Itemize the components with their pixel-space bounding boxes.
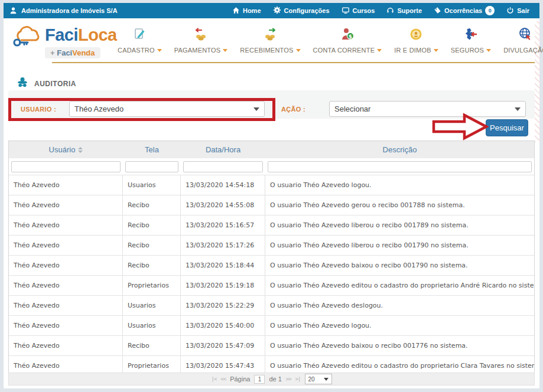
cell-datahora: 13/03/2020 15:17:26	[181, 236, 265, 255]
app-root: Administradora de Imóveis S/A Home Confi…	[0, 0, 543, 392]
acao-select[interactable]: Selecionar	[329, 101, 526, 117]
cell-usuario: Théo Azevedo	[9, 296, 123, 315]
table-row[interactable]: Théo Azevedo Recibo 13/03/2020 15:47:09 …	[9, 335, 534, 355]
chevron-down-icon	[515, 107, 521, 111]
column-header-descricao[interactable]: Descrição	[265, 141, 534, 158]
column-header-usuario[interactable]: Usuário	[9, 141, 123, 158]
cell-tela: Recibo	[123, 236, 181, 255]
home-icon	[232, 6, 240, 15]
prev-page-button[interactable]: <<	[220, 376, 226, 382]
top-menu: Home Configurações Cursos Suporte	[228, 6, 534, 15]
cell-usuario: Théo Azevedo	[9, 195, 123, 215]
page-size-value: 20	[308, 376, 315, 383]
cell-datahora: 13/03/2020 15:47:09	[181, 336, 265, 355]
nav-cadastro[interactable]: CADASTRO	[116, 27, 164, 54]
table-row[interactable]: Théo Azevedo Usuarios 13/03/2020 15:22:2…	[9, 295, 534, 315]
nav-conta-corrente[interactable]: $ CONTA CORRENTE	[311, 27, 384, 54]
filter-input-tela[interactable]	[125, 161, 178, 172]
cell-datahora: 13/03/2020 15:22:29	[181, 296, 265, 315]
cell-descricao: O usuario Théo Azevedo gerou o recibo 00…	[265, 195, 534, 215]
column-header-tela[interactable]: Tela	[123, 141, 181, 158]
filter-input-descricao[interactable]	[268, 161, 532, 172]
logo-text: FaciLoca	[45, 26, 117, 44]
table-row[interactable]: Théo Azevedo Recibo 13/03/2020 14:55:08 …	[9, 195, 534, 215]
cell-usuario: Théo Azevedo	[9, 256, 123, 275]
facivenda-faci: Faci	[57, 48, 72, 57]
menu-configuracoes-label: Configurações	[284, 7, 330, 14]
first-page-button[interactable]: |<	[211, 376, 216, 382]
pesquisar-button[interactable]: Pesquisar	[486, 119, 528, 136]
table-row[interactable]: Théo Azevedo Usuarios 13/03/2020 14:54:1…	[9, 175, 534, 195]
menu-ocorrencias[interactable]: Ocorrências 0	[430, 6, 499, 15]
next-page-button[interactable]: >>	[286, 376, 291, 382]
annotation-arrow	[432, 113, 489, 143]
menu-cursos[interactable]: Cursos	[337, 6, 379, 15]
table-filter-row	[9, 158, 534, 175]
column-header-datahora[interactable]: Data/Hora	[181, 141, 265, 158]
nav-conta-corrente-label: CONTA CORRENTE	[313, 47, 375, 54]
page-number-input[interactable]	[254, 375, 265, 384]
cell-descricao: O usuario Théo Azevedo liberou o recibo …	[265, 215, 534, 235]
table-row[interactable]: Théo Azevedo Recibo 13/03/2020 15:16:57 …	[9, 215, 534, 235]
chevron-down-icon	[434, 49, 438, 52]
cell-tela: Recibo	[123, 256, 181, 275]
menu-ocorrencias-label: Ocorrências	[444, 7, 482, 14]
column-header-datahora-label: Data/Hora	[206, 145, 240, 154]
cell-datahora: 13/03/2020 15:16:57	[181, 215, 265, 235]
cell-usuario: Théo Azevedo	[9, 336, 123, 355]
table-row[interactable]: Théo Azevedo Recibo 13/03/2020 15:17:26 …	[9, 235, 534, 255]
company-account[interactable]: Administradora de Imóveis S/A	[9, 6, 118, 15]
ocorrencias-count-badge: 0	[485, 6, 495, 15]
document-edit-icon	[132, 27, 147, 44]
main-nav: CADASTRO PAGAMENTOS RECEBIMENTOS $ CONTA…	[116, 27, 543, 54]
nav-ir-e-dimob[interactable]: IR E DIMOB	[392, 27, 440, 54]
audit-table: Usuário Tela Data/Hora Descrição Théo Az…	[8, 141, 535, 376]
globe-cursor-icon	[518, 27, 532, 44]
table-row[interactable]: Théo Azevedo Recibo 13/03/2020 15:18:44 …	[9, 255, 534, 275]
filter-input-usuario[interactable]	[11, 161, 121, 172]
pagination-label: Página	[230, 375, 250, 383]
nav-recebimentos[interactable]: RECEBIMENTOS	[238, 27, 302, 54]
section-header-auditoria: AUDITORIA	[17, 77, 76, 90]
nav-divider	[52, 62, 535, 63]
table-row[interactable]: Théo Azevedo Usuarios 13/03/2020 15:40:0…	[9, 315, 534, 335]
cell-descricao: O usuario Théo Azevedo deslogou.	[265, 296, 534, 315]
acao-label: AÇÃO :	[281, 106, 305, 113]
chevron-down-icon	[157, 49, 162, 52]
table-header-row: Usuário Tela Data/Hora Descrição	[9, 141, 534, 158]
menu-configuracoes[interactable]: Configurações	[269, 6, 334, 15]
menu-sair[interactable]: Sair	[502, 6, 534, 15]
page-size-select[interactable]: 20	[305, 374, 332, 384]
chevron-down-icon	[486, 49, 491, 52]
pagination-of-label: de 1	[269, 375, 281, 383]
cell-descricao: O usuario Théo Azevedo baixou o recibo 0…	[265, 336, 534, 355]
cell-usuario: Théo Azevedo	[9, 236, 123, 255]
facivenda-badge[interactable]: + FaciVenda	[45, 47, 100, 58]
last-page-button[interactable]: >|	[295, 376, 301, 382]
menu-home-label: Home	[243, 7, 261, 14]
cell-datahora: 13/03/2020 14:54:18	[181, 175, 265, 195]
top-bar: Administradora de Imóveis S/A Home Confi…	[4, 3, 539, 18]
headset-icon	[386, 6, 394, 15]
nav-divulgacao[interactable]: DIVULGAÇÃO	[502, 27, 543, 54]
nav-pagamentos[interactable]: PAGAMENTOS	[173, 27, 230, 54]
column-header-tela-label: Tela	[145, 145, 159, 154]
cell-tela: Usuarios	[123, 175, 181, 195]
cell-usuario: Théo Azevedo	[9, 276, 123, 295]
cell-usuario: Théo Azevedo	[9, 175, 123, 195]
filter-input-datahora[interactable]	[183, 161, 263, 172]
table-row[interactable]: Théo Azevedo Proprietarios 13/03/2020 15…	[9, 275, 534, 295]
chevron-down-icon	[324, 378, 329, 381]
power-icon	[506, 6, 514, 15]
auditoria-icon	[17, 77, 28, 90]
logo-part-faci: Faci	[45, 25, 78, 44]
chevron-down-icon	[223, 49, 227, 52]
lion-badge-icon	[409, 27, 422, 44]
pagination-bar: |< << Página de 1 >> >| 20	[8, 373, 535, 386]
menu-home[interactable]: Home	[228, 6, 265, 15]
menu-cursos-label: Cursos	[353, 7, 375, 14]
nav-seguros[interactable]: SEGUROS	[449, 27, 493, 54]
menu-suporte[interactable]: Suporte	[382, 6, 426, 15]
facivenda-plus: +	[50, 48, 57, 57]
tag-icon	[434, 6, 441, 15]
